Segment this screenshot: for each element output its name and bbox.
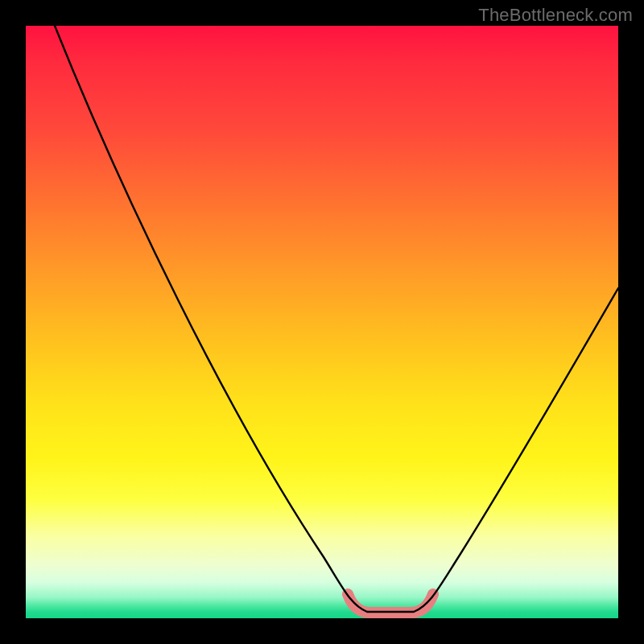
plot-area xyxy=(26,26,618,618)
watermark-text: TheBottleneck.com xyxy=(478,5,633,26)
bottleneck-curve xyxy=(55,26,618,612)
valley-highlight xyxy=(348,594,433,613)
chart-frame: TheBottleneck.com xyxy=(0,0,644,644)
curve-layer xyxy=(26,26,618,618)
